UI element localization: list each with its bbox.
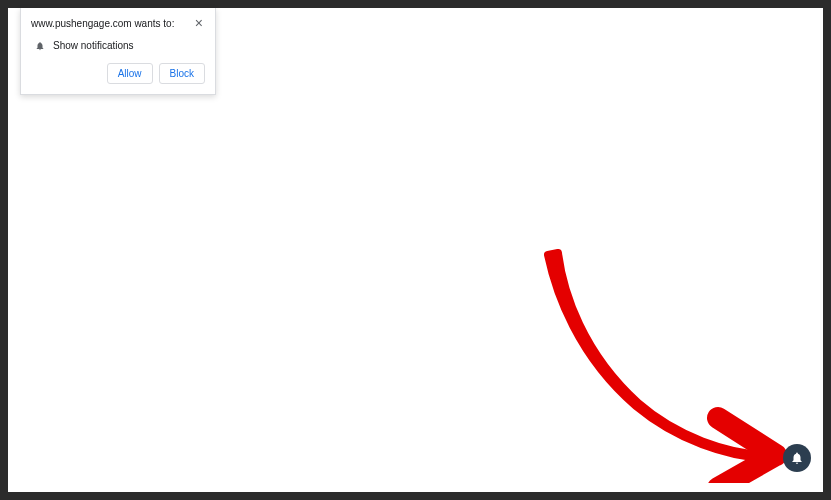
permission-dialog-header: www.pushengage.com wants to: ×: [31, 16, 205, 30]
notification-bell-widget[interactable]: [783, 444, 811, 472]
close-button[interactable]: ×: [193, 16, 205, 30]
notification-permission-dialog: www.pushengage.com wants to: × Show noti…: [20, 8, 216, 95]
allow-button[interactable]: Allow: [107, 63, 153, 84]
page-viewport: www.pushengage.com wants to: × Show noti…: [8, 8, 823, 492]
bell-icon: [790, 451, 804, 465]
block-button[interactable]: Block: [159, 63, 205, 84]
permission-dialog-actions: Allow Block: [31, 63, 205, 84]
permission-dialog-title: www.pushengage.com wants to:: [31, 16, 174, 29]
annotation-arrow-icon: [528, 243, 798, 483]
bell-icon: [35, 41, 45, 51]
close-icon: ×: [195, 15, 203, 31]
permission-body-text: Show notifications: [53, 40, 134, 51]
permission-dialog-body: Show notifications: [31, 40, 205, 51]
